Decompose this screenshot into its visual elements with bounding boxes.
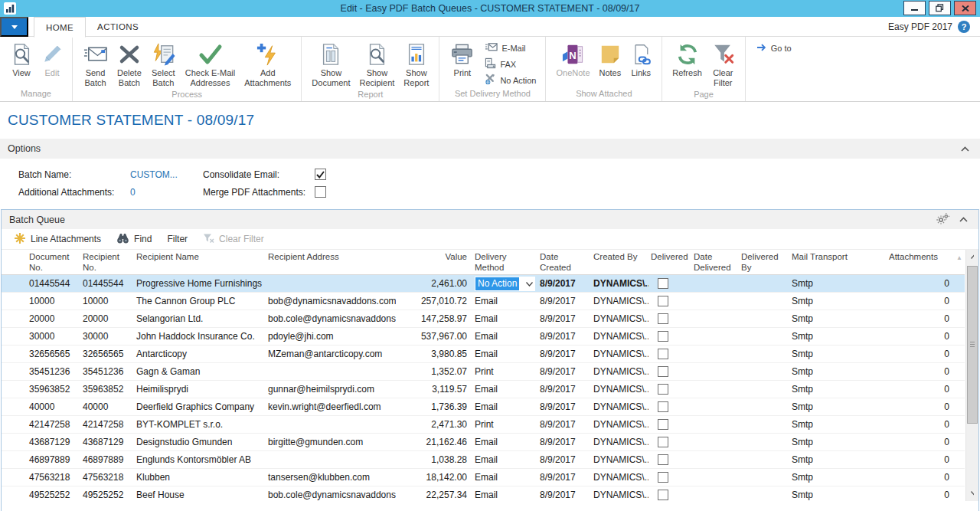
cell-delivered (648, 328, 691, 346)
column-header-recipient-name[interactable]: Recipient Name (134, 250, 266, 274)
delivered-checkbox[interactable] (658, 331, 668, 342)
delivered-checkbox[interactable] (658, 401, 668, 412)
help-icon[interactable]: ? (958, 21, 970, 33)
ribbon-button-show-report[interactable]: Show Report (399, 39, 433, 89)
column-header-date-delivered[interactable]: Date Delivered (691, 250, 739, 274)
cell-recipient-address: pdoyle@jhi.com (266, 328, 396, 346)
ribbon-button-show-recipient[interactable]: Show Recipient (354, 39, 399, 89)
cell-created-by: DYNAMICS\... (591, 416, 648, 434)
cell-created-by: DYNAMICS\... (591, 434, 648, 451)
delivered-checkbox[interactable] (658, 490, 668, 500)
app-menu-button[interactable] (0, 17, 28, 37)
cell-document-no: 10000 (2, 293, 80, 310)
delivered-checkbox[interactable] (658, 296, 668, 306)
cell-document-no: 32656565 (2, 346, 80, 363)
show-recipient-icon (365, 41, 388, 67)
ribbon-button-view[interactable]: View (5, 39, 38, 80)
table-row[interactable]: 3596385235963852Heimilisprydigunnar@heim… (2, 381, 965, 398)
column-header-recipient-address[interactable]: Recipient Address (266, 250, 396, 274)
scroll-thumb[interactable] (967, 266, 978, 424)
restore-button[interactable] (929, 1, 951, 15)
field-value-additional-attachments[interactable]: 0 (130, 185, 136, 198)
ribbon-button-go-to[interactable]: Go to (753, 40, 795, 56)
column-header-delivered[interactable]: Delivered (648, 250, 691, 274)
column-header-recipient-no[interactable]: Recipient No. (80, 250, 134, 274)
cell-value: 1,352.07 (396, 363, 472, 381)
delivered-checkbox[interactable] (658, 384, 668, 395)
options-collapse-chevron-icon[interactable] (958, 146, 972, 152)
field-value-batch-name[interactable]: CUSTOM... (130, 168, 178, 181)
customize-gears-icon[interactable] (936, 213, 950, 227)
table-row[interactable]: 0144554401445544Progressive Home Furnish… (2, 275, 965, 293)
delivered-checkbox[interactable] (658, 313, 668, 324)
cell-delivered (648, 363, 691, 381)
toolbar-button-filter[interactable]: Filter (159, 230, 195, 248)
table-row[interactable]: 4952525249525252Beef Housebob.cole@dynam… (2, 486, 965, 500)
cell-recipient-name: John Haddock Insurance Co. (134, 328, 266, 346)
delivered-checkbox[interactable] (658, 366, 668, 377)
batch-collapse-chevron-icon[interactable] (956, 217, 971, 222)
table-row[interactable]: 3000030000John Haddock Insurance Co.pdoy… (2, 328, 965, 346)
ribbon-button-notes[interactable]: Notes (595, 39, 626, 80)
options-fields: Batch Name:CUSTOM...Additional Attachmen… (0, 159, 980, 209)
toolbar-button-find[interactable]: Find (109, 230, 159, 248)
cell-value: 147,258.97 (396, 310, 472, 328)
column-header-document-no[interactable]: Document No. (2, 250, 80, 274)
cell-document-no: 49525252 (2, 486, 80, 501)
ribbon-button-refresh[interactable]: Refresh (668, 39, 707, 80)
table-row[interactable]: 2000020000Selangorian Ltd.bob.cole@dynam… (2, 310, 965, 328)
close-button[interactable] (954, 1, 976, 15)
ribbon-button-show-document[interactable]: Show Document (307, 39, 354, 89)
cell-attachments: 0 (875, 451, 965, 469)
table-row[interactable]: 4689788946897889Englunds Kontorsmöbler A… (2, 451, 965, 469)
cell-recipient-no: 49525252 (80, 486, 134, 501)
table-row[interactable]: 3545123635451236Gagn & Gaman1,352.07Prin… (2, 363, 965, 381)
cell-delivery-method: Email (472, 328, 537, 346)
cell-date-created: 8/9/2017 (537, 346, 591, 363)
delivered-checkbox[interactable] (658, 472, 668, 483)
tab-actions[interactable]: ACTIONS (86, 17, 150, 37)
scroll-down-button[interactable] (966, 486, 978, 500)
cell-recipient-name: Antarcticopy (134, 346, 266, 363)
ribbon-button-clear-filter[interactable]: Clear Filter (707, 39, 740, 89)
ribbon-button-fax[interactable]: FAX (481, 56, 540, 72)
table-row[interactable]: 4368712943687129Designstudio Gmundenbirg… (2, 434, 965, 451)
toolbar-button-line-attachments[interactable]: Line Attachments (6, 230, 109, 248)
table-row[interactable]: 4756321847563218Klubbentansersen@klubben… (2, 469, 965, 486)
vertical-scrollbar[interactable] (965, 250, 978, 501)
ribbon-button-no-action[interactable]: No Action (481, 72, 540, 88)
scroll-up-button[interactable] (966, 250, 978, 263)
ribbon-button-print[interactable]: Print (445, 39, 479, 80)
delivered-checkbox[interactable] (658, 419, 668, 430)
table-row[interactable]: 4000040000Deerfield Graphics Companykevi… (2, 398, 965, 416)
ribbon-button-check-e-mail-addresses[interactable]: Check E-Mail Addresses (181, 39, 240, 89)
checkbox-consolidate-email[interactable] (315, 169, 326, 180)
ribbon-button-links[interactable]: Links (626, 39, 656, 80)
checkbox-merge-pdf-attachments[interactable] (315, 186, 326, 198)
column-header-attachments[interactable]: Attachments▲ (875, 250, 965, 274)
delivered-checkbox[interactable] (658, 349, 668, 359)
ribbon-button-delete-batch[interactable]: Delete Batch (113, 39, 146, 89)
minimize-button[interactable] (903, 1, 926, 15)
ribbon-button-send-batch[interactable]: Send Batch (78, 39, 113, 89)
column-header-mail-transport[interactable]: Mail Transport (789, 250, 875, 274)
column-header-created-by[interactable]: Created By (591, 250, 648, 274)
ribbon-button-e-mail[interactable]: E-Mail (481, 40, 540, 56)
column-header-delivered-by[interactable]: Delivered By (739, 250, 789, 274)
column-header-date-created[interactable]: Date Created (537, 250, 591, 274)
delivered-checkbox[interactable] (658, 437, 668, 447)
cell-recipient-name: Progressive Home Furnishings (134, 275, 266, 293)
cell-document-no: 35963852 (2, 381, 80, 398)
delivery-method-dropdown[interactable]: No Action (475, 277, 535, 291)
column-header-value[interactable]: Value (396, 250, 472, 274)
column-header-delivery-method[interactable]: Delivery Method (472, 250, 537, 274)
delivered-checkbox[interactable] (658, 278, 668, 289)
table-row[interactable]: 1000010000The Cannon Group PLCbob@dynami… (2, 293, 965, 310)
tab-home[interactable]: HOME (34, 17, 86, 38)
table-row[interactable]: 4214725842147258BYT-KOMPLET s.r.o.2,471.… (2, 416, 965, 434)
delivered-checkbox[interactable] (658, 454, 668, 465)
ribbon-button-label: FAX (500, 60, 516, 69)
ribbon-button-select-batch[interactable]: Select Batch (146, 39, 181, 89)
table-row[interactable]: 3265656532656565AntarcticopyMZeman@antar… (2, 346, 965, 363)
ribbon-button-add-attachments[interactable]: Add Attachments (240, 39, 296, 89)
